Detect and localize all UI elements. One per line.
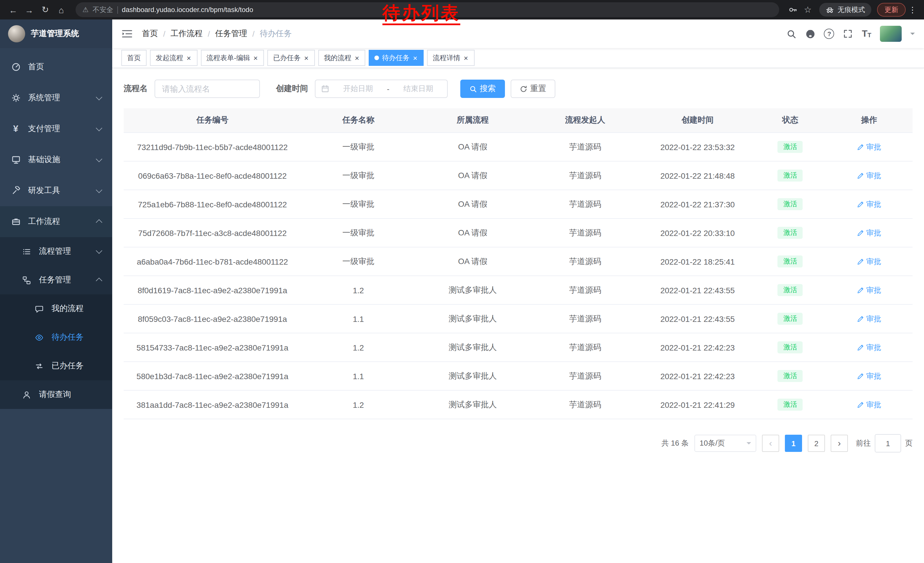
sidebar-item-todo-tasks[interactable]: 待办任务 (0, 323, 112, 352)
search-button-label: 搜索 (480, 84, 496, 94)
approve-link[interactable]: 审批 (857, 342, 881, 353)
key-icon[interactable] (786, 3, 800, 17)
chat-icon (34, 304, 44, 314)
chevron-down-icon (96, 248, 102, 254)
chevron-down-icon[interactable] (910, 33, 915, 37)
breadcrumb-item[interactable]: 任务管理 (215, 29, 248, 39)
approve-label: 审批 (866, 170, 881, 181)
tab-done-tasks[interactable]: 已办任务 × (267, 50, 315, 66)
sidebar-item-my-process[interactable]: 我的流程 (0, 294, 112, 323)
close-icon[interactable]: × (253, 54, 258, 62)
tab-home[interactable]: 首页 (122, 50, 147, 66)
close-icon[interactable]: × (303, 54, 309, 62)
close-icon[interactable]: × (354, 54, 360, 62)
github-icon[interactable] (805, 29, 816, 39)
approve-link[interactable]: 审批 (857, 399, 881, 410)
cell-task-id: a6aba0a4-7b6d-11ec-b781-acde48001122 (124, 247, 301, 276)
list-icon (22, 246, 32, 256)
approve-link[interactable]: 审批 (857, 256, 881, 267)
status-badge: 激活 (778, 398, 803, 411)
breadcrumb-item[interactable]: 首页 (142, 29, 158, 39)
cell-task-name: 一级审批 (301, 132, 416, 161)
cell-process: 测试多审批人 (416, 362, 530, 390)
forward-icon[interactable]: → (22, 2, 37, 17)
close-icon[interactable]: × (412, 54, 418, 62)
tab-my-process[interactable]: 我的流程 × (318, 50, 366, 66)
font-size-icon[interactable]: TT (862, 29, 872, 38)
sidebar-item-task-management[interactable]: 任务管理 (0, 266, 112, 294)
search-button[interactable]: 搜索 (460, 80, 505, 98)
status-badge: 激活 (778, 227, 803, 239)
goto-page-input[interactable] (875, 434, 901, 452)
cell-task-id: 73211d9d-7b9b-11ec-b5b7-acde48001122 (124, 132, 301, 161)
cell-task-id: 75d72608-7b7f-11ec-a3c8-acde48001122 (124, 219, 301, 247)
next-page-button[interactable]: › (831, 435, 848, 452)
approve-link[interactable]: 审批 (857, 228, 881, 238)
date-range-picker[interactable]: 开始日期 - 结束日期 (315, 80, 448, 98)
collapse-sidebar-icon[interactable] (122, 28, 133, 39)
sidebar-item-workflow[interactable]: 工作流程 (0, 206, 112, 237)
fullscreen-icon[interactable] (843, 29, 853, 39)
tab-process-detail[interactable]: 流程详情 × (427, 50, 474, 66)
page-button-2[interactable]: 2 (808, 435, 825, 452)
approve-link[interactable]: 审批 (857, 142, 881, 152)
cell-initiator: 芋道源码 (530, 276, 640, 305)
page-size-select[interactable]: 10条/页 (694, 435, 756, 452)
sidebar-item-infrastructure[interactable]: 基础设施 (0, 144, 112, 175)
col-status: 状态 (755, 108, 826, 132)
cell-actions: 审批 (826, 190, 912, 219)
sidebar-item-home[interactable]: 首页 (0, 51, 112, 83)
search-icon[interactable] (786, 29, 796, 39)
close-icon[interactable]: × (463, 54, 469, 62)
sidebar-item-process-management[interactable]: 流程管理 (0, 237, 112, 266)
cell-create-time: 2022-01-22 18:25:41 (640, 247, 755, 276)
status-badge: 激活 (778, 284, 803, 296)
sidebar-item-payment[interactable]: ¥ 支付管理 (0, 113, 112, 144)
logo[interactable]: 芋道管理系统 (0, 20, 112, 48)
page-size-value: 10条/页 (700, 438, 725, 449)
star-icon[interactable]: ☆ (801, 3, 814, 17)
prev-page-button[interactable]: ‹ (762, 435, 779, 452)
chevron-down-icon (747, 442, 751, 447)
cell-process: OA 请假 (416, 190, 530, 219)
status-badge: 激活 (778, 141, 803, 153)
page-button-1[interactable]: 1 (785, 435, 802, 452)
reload-icon[interactable]: ↻ (38, 2, 52, 17)
browser-menu-icon[interactable]: ⋮ (907, 5, 918, 14)
process-name-input[interactable] (154, 80, 260, 98)
avatar[interactable] (880, 26, 902, 42)
sidebar-item-system[interactable]: 系统管理 (0, 83, 112, 113)
close-icon[interactable]: × (186, 54, 192, 62)
cell-task-id: 580e1b3d-7ac8-11ec-a9e2-a2380e71991a (124, 362, 301, 390)
sidebar-item-done-tasks[interactable]: 已办任务 (0, 352, 112, 380)
tab-todo-tasks[interactable]: 待办任务 × (369, 50, 424, 66)
cell-process: 测试多审批人 (416, 390, 530, 419)
approve-label: 审批 (866, 342, 881, 353)
person-icon (22, 390, 32, 399)
help-icon[interactable]: ? (824, 29, 834, 39)
tab-start-process[interactable]: 发起流程 × (150, 50, 197, 66)
logo-avatar (8, 25, 25, 42)
reset-button[interactable]: 重置 (511, 80, 555, 98)
approve-link[interactable]: 审批 (857, 285, 881, 295)
breadcrumb-separator: / (163, 29, 165, 38)
table-row: 069c6a63-7b8a-11ec-8ef0-acde48001122 一级审… (124, 161, 912, 190)
sidebar-item-devtools[interactable]: 研发工具 (0, 175, 112, 206)
back-icon[interactable]: ← (6, 2, 21, 17)
approve-link[interactable]: 审批 (857, 199, 881, 209)
dashboard-icon (11, 62, 21, 72)
breadcrumb-item-current: 待办任务 (260, 29, 292, 39)
breadcrumb-item[interactable]: 工作流程 (171, 29, 202, 39)
home-icon[interactable]: ⌂ (54, 2, 69, 17)
tab-form-edit[interactable]: 流程表单-编辑 × (201, 50, 264, 66)
approve-link[interactable]: 审批 (857, 314, 881, 324)
approve-link[interactable]: 审批 (857, 371, 881, 381)
sidebar-item-leave-query[interactable]: 请假查询 (0, 380, 112, 409)
task-submenu: 我的流程 待办任务 (0, 294, 112, 380)
security-label[interactable]: 不安全 (93, 5, 113, 15)
topbar: 首页 / 工作流程 / 任务管理 / 待办任务 (112, 20, 924, 48)
col-actions: 操作 (826, 108, 912, 132)
approve-link[interactable]: 审批 (857, 170, 881, 181)
update-button[interactable]: 更新 (877, 3, 906, 17)
incognito-label: 无痕模式 (837, 5, 865, 15)
